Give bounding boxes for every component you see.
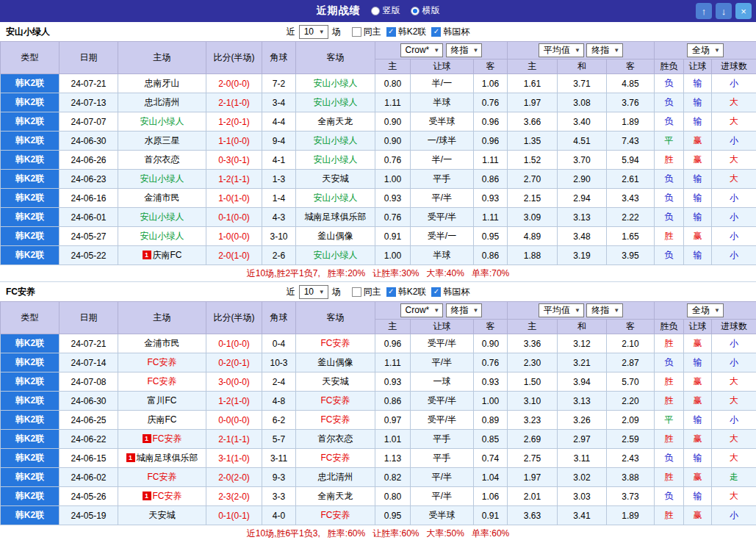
- layout-radio-group: 竖版横版: [361, 4, 440, 18]
- average-odds-cell: 1.88: [508, 246, 558, 265]
- team-label: 安山小绿人: [140, 212, 184, 222]
- col-result-wdl: 胜负: [655, 60, 684, 74]
- matches-tbody: 韩K2联24-07-21忠南牙山2-0(0-0)7-2安山小绿人0.80半/一1…: [1, 74, 756, 265]
- final-index-select[interactable]: 终指▼: [446, 43, 483, 57]
- match-row: 韩K2联24-06-02FC安养2-0(2-0)9-3忠北清州0.82平/半1.…: [1, 468, 756, 487]
- red-card-badge: 1: [143, 492, 151, 500]
- bookmaker-select[interactable]: Crow*▼: [400, 43, 444, 57]
- handicap-odds-cell: 平/半: [411, 468, 474, 487]
- score-cell: 2-3(2-0): [206, 487, 262, 506]
- home-team-cell: 天安城: [118, 506, 206, 525]
- date-cell: 24-06-25: [60, 411, 118, 430]
- team-label: 安山小绿人: [314, 135, 358, 145]
- col-euro-draw: 和: [558, 320, 607, 334]
- away-team-cell: 安山小绿人: [296, 151, 375, 170]
- handicap-win-rate: 让胜率:30%: [372, 267, 419, 280]
- handicap-odds-cell: 0.95: [474, 227, 508, 246]
- filter-controls: 近 10▼ 场 同主✓韩K2联✓韩国杯: [287, 25, 470, 39]
- final-index-value: 终指: [591, 44, 609, 57]
- chevron-down-icon: ▼: [714, 47, 720, 54]
- k2-league-checkbox[interactable]: ✓韩K2联: [386, 26, 427, 38]
- same-home-checkbox[interactable]: 同主: [352, 26, 381, 38]
- average-odds-cell: 2.43: [607, 449, 655, 468]
- team-label: 釜山偶像: [318, 231, 353, 241]
- handicap-odds-cell: 1.11: [375, 93, 411, 112]
- matches-tbody: 韩K2联24-07-21金浦市民0-1(0-0)0-4FC安养0.96受平/半0…: [1, 334, 756, 525]
- league-cell: 韩K2联: [1, 449, 60, 468]
- bookmaker-select-value: Crow*: [406, 45, 430, 55]
- final-index-select[interactable]: 终指▼: [586, 303, 623, 317]
- match-count-select[interactable]: 10▼: [299, 25, 328, 39]
- average-select-value: 平均值: [544, 304, 570, 317]
- result-cell: 负: [655, 208, 684, 227]
- move-up-button[interactable]: ↑: [696, 3, 712, 19]
- k2-league-checkbox[interactable]: ✓韩K2联: [386, 286, 427, 298]
- team-label: 城南足球俱乐部: [305, 212, 367, 222]
- titlebar-buttons: ↑ ↓ ×: [696, 3, 752, 19]
- horizontal-layout-radio[interactable]: 横版: [411, 4, 440, 17]
- league-cell: 韩K2联: [1, 93, 60, 112]
- red-card-badge: 1: [126, 453, 135, 462]
- col-euro-away: 客: [607, 60, 655, 74]
- away-team-cell: 忠北清州: [296, 468, 375, 487]
- corners-cell: 3-4: [262, 93, 296, 112]
- corners-cell: 4-3: [262, 208, 296, 227]
- score-cell: 2-0(1-0): [206, 246, 262, 265]
- close-button[interactable]: ×: [735, 3, 752, 19]
- checkbox-label: 韩K2联: [398, 26, 427, 38]
- score-cell: 1-2(0-1): [206, 112, 262, 132]
- final-index-select[interactable]: 终指▼: [446, 303, 483, 317]
- result-cell: 小: [712, 74, 756, 93]
- col-result-handicap: 让球: [684, 60, 712, 74]
- korea-cup-checkbox[interactable]: ✓韩国杯: [431, 26, 469, 38]
- chevron-down-icon: ▼: [613, 47, 619, 54]
- bookmaker-select[interactable]: Crow*▼: [400, 303, 444, 317]
- match-row: 韩K2联24-05-27安山小绿人1-0(0-0)3-10釜山偶像0.91受半/…: [1, 227, 756, 246]
- average-odds-cell: 2.70: [508, 170, 558, 189]
- score-cell: 3-1(1-0): [206, 449, 262, 468]
- move-down-button[interactable]: ↓: [716, 3, 732, 19]
- date-cell: 24-06-30: [60, 392, 118, 411]
- team-label: FC安养: [148, 472, 177, 482]
- result-cell: 小: [712, 411, 756, 430]
- recent-results-window: 近期战绩 竖版横版 ↑ ↓ × 安山小绿人 近 10▼ 场 同主✓韩K2联✓韩国…: [0, 0, 756, 540]
- result-cell: 胜: [655, 430, 684, 449]
- checkbox-label: 同主: [364, 26, 381, 38]
- home-team-cell: 1城南足球俱乐部: [118, 449, 206, 468]
- col-score: 比分(半场): [206, 42, 262, 74]
- date-cell: 24-07-08: [60, 372, 118, 392]
- korea-cup-checkbox[interactable]: ✓韩国杯: [431, 286, 469, 298]
- match-count-select[interactable]: 10▼: [299, 285, 328, 299]
- full-match-select[interactable]: 全场▼: [687, 303, 724, 317]
- score-cell: 2-1(1-0): [206, 93, 262, 112]
- handicap-odds-cell: 0.90: [375, 112, 411, 132]
- vertical-layout-radio[interactable]: 竖版: [371, 4, 400, 17]
- average-select[interactable]: 平均值▼: [539, 43, 584, 57]
- handicap-odds-cell: 0.80: [375, 487, 411, 506]
- average-select[interactable]: 平均值▼: [539, 303, 584, 317]
- handicap-odds-cell: 0.80: [375, 74, 411, 93]
- average-odds-cell: 3.94: [558, 372, 607, 392]
- average-odds-cell: 1.61: [508, 74, 558, 93]
- average-odds-cell: 1.97: [508, 93, 558, 112]
- result-cell: 赢: [684, 392, 712, 411]
- final-index-select[interactable]: 终指▼: [586, 43, 623, 57]
- handicap-odds-cell: 半球: [411, 246, 474, 265]
- match-row: 韩K2联24-06-151城南足球俱乐部3-1(1-0)3-11FC安养1.13…: [1, 449, 756, 468]
- radio-label: 横版: [422, 4, 440, 17]
- league-cell: 韩K2联: [1, 411, 60, 430]
- handicap-odds-cell: 一球: [411, 372, 474, 392]
- corners-cell: 1-3: [262, 170, 296, 189]
- away-team-cell: 釜山偶像: [296, 227, 375, 246]
- full-match-select[interactable]: 全场▼: [687, 43, 724, 57]
- same-home-checkbox[interactable]: 同主: [352, 286, 381, 298]
- handicap-odds-cell: 1.00: [474, 392, 508, 411]
- home-team-cell: FC安养: [118, 353, 206, 372]
- chevron-down-icon: ▼: [319, 29, 325, 35]
- handicap-group-header: Crow*▼ 终指▼: [375, 42, 508, 60]
- filter-checkboxes: 同主✓韩K2联✓韩国杯: [352, 286, 470, 298]
- team-label: FC安养: [153, 433, 182, 444]
- team-label: FC安养: [321, 453, 350, 463]
- unit-label: 场: [332, 286, 341, 298]
- chevron-down-icon: ▼: [433, 307, 439, 314]
